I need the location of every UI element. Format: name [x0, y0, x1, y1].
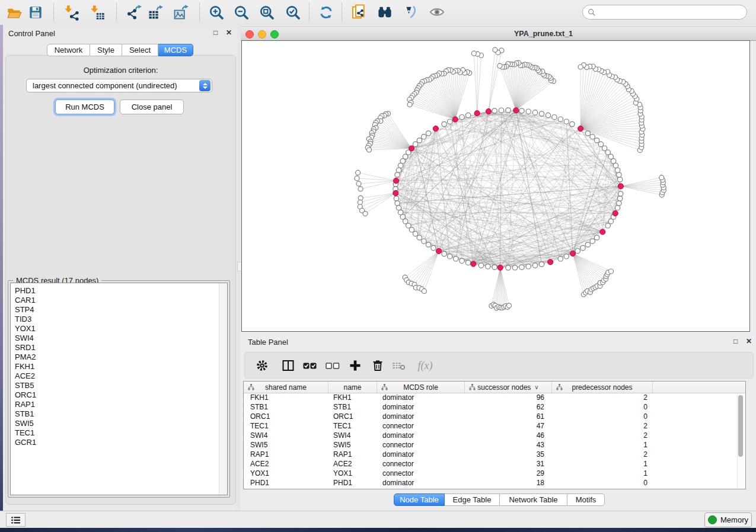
memory-status-icon — [708, 515, 717, 524]
main-toolbar — [0, 0, 756, 25]
scrollbar-thumb[interactable] — [738, 395, 743, 457]
table-cell — [653, 469, 745, 479]
table-row[interactable]: SWI4SWI4dominator462 — [244, 431, 745, 441]
mcds-result-item[interactable]: FKH1 — [11, 362, 227, 371]
memory-button[interactable]: Memory — [704, 512, 752, 527]
close-window-icon[interactable] — [245, 30, 254, 39]
search-input[interactable] — [596, 8, 747, 17]
zoom-fit-icon[interactable] — [256, 2, 277, 23]
mcds-result-item[interactable]: SWI4 — [11, 334, 227, 343]
control-panel-tabs: Network Style Select MCDS — [47, 44, 193, 56]
column-header-successor-nodes[interactable]: successor nodes ∨ — [465, 382, 552, 393]
table-row[interactable]: SWI5SWI5connector431 — [244, 441, 745, 450]
table-cell: 1 — [552, 469, 653, 479]
vertical-splitter[interactable] — [237, 25, 241, 511]
network-canvas[interactable] — [241, 40, 750, 332]
tab-mcds[interactable]: MCDS — [158, 44, 193, 56]
mcds-result-item[interactable]: PMA2 — [11, 352, 227, 362]
float-table-panel-icon[interactable]: □ — [733, 337, 738, 345]
table-scrollbar[interactable] — [737, 394, 744, 488]
clone-network-icon[interactable] — [348, 2, 369, 23]
table-row[interactable]: FKH1FKH1dominator962 — [244, 393, 745, 403]
mcds-result-item[interactable]: TID3 — [11, 315, 227, 324]
mcds-result-item[interactable]: STP4 — [11, 305, 227, 315]
export-image-icon[interactable] — [170, 2, 192, 23]
result-scrollbar[interactable] — [219, 283, 227, 495]
float-panel-icon[interactable]: □ — [213, 28, 218, 37]
mcds-result-item[interactable]: STB1 — [11, 409, 227, 419]
tab-edge-table[interactable]: Edge Table — [445, 493, 500, 506]
table-cell: YOX1 — [244, 469, 328, 479]
save-icon[interactable] — [25, 2, 46, 23]
table-row[interactable]: RAP1RAP1dominator352 — [244, 450, 745, 460]
add-column-icon[interactable] — [346, 357, 364, 374]
find-binoculars-icon[interactable] — [374, 2, 395, 23]
export-table-icon[interactable] — [145, 2, 166, 23]
close-panel-button[interactable]: Close panel — [120, 100, 184, 114]
table-options-gear-icon[interactable] — [253, 357, 271, 374]
mcds-result-list[interactable]: PHD1CAR1STP4TID3YOX1SWI4SRD1PMA2FKH1ACE2… — [10, 283, 228, 495]
mcds-result-item[interactable]: SRD1 — [11, 343, 227, 352]
zoom-selected-icon[interactable] — [282, 2, 304, 23]
table-cell — [653, 431, 745, 441]
mcds-result-item[interactable]: ACE2 — [11, 371, 227, 381]
mcds-result-item[interactable]: PHD1 — [11, 286, 227, 296]
import-network-icon[interactable] — [60, 2, 82, 23]
zoom-out-icon[interactable] — [231, 2, 252, 23]
table-cell: PHD1 — [244, 479, 328, 488]
table-row[interactable]: STB1STB1dominator620 — [244, 403, 745, 412]
table-cell: connector — [377, 460, 465, 469]
delete-column-icon[interactable] — [369, 357, 387, 374]
refresh-icon[interactable] — [315, 2, 337, 23]
table-row[interactable]: ORC1ORC1dominator610 — [244, 412, 745, 422]
table-row[interactable]: ACE2ACE2connector311 — [244, 460, 745, 469]
fx-label: f(x) — [418, 360, 433, 372]
unselect-all-icon[interactable] — [324, 357, 342, 374]
show-columns-icon[interactable] — [279, 357, 297, 374]
run-mcds-button[interactable]: Run MCDS — [55, 100, 114, 114]
tab-style[interactable]: Style — [90, 44, 122, 56]
toggle-annotations-icon[interactable] — [400, 2, 422, 23]
table-row[interactable]: YOX1YOX1connector291 — [244, 469, 745, 479]
table-cell: 18 — [465, 479, 552, 488]
table-cell: RAP1 — [244, 450, 328, 460]
show-hide-icon[interactable] — [426, 2, 448, 23]
tab-network[interactable]: Network — [47, 44, 90, 56]
export-network-icon[interactable] — [123, 2, 145, 23]
zoom-in-icon[interactable] — [206, 2, 227, 23]
table-cell: 2 — [552, 422, 653, 431]
open-icon[interactable] — [4, 2, 25, 23]
tab-motifs[interactable]: Motifs — [567, 493, 605, 506]
select-all-icon[interactable] — [301, 357, 319, 374]
mcds-result-item[interactable]: CAR1 — [11, 296, 227, 305]
close-panel-icon[interactable]: ✕ — [226, 28, 232, 37]
mcds-result-item[interactable]: STB5 — [11, 381, 227, 390]
delete-table-icon[interactable] — [390, 357, 408, 374]
mcds-result-item[interactable]: YOX1 — [11, 324, 227, 334]
task-history-button[interactable] — [6, 513, 25, 527]
table-row[interactable]: PHD1PHD1dominator180 — [244, 479, 745, 488]
column-header-shared-name[interactable]: shared name — [244, 382, 328, 393]
close-table-panel-icon[interactable]: ✕ — [746, 337, 752, 345]
network-view-titlebar[interactable]: YPA_prune.txt_1 — [241, 26, 756, 41]
import-table-icon[interactable] — [87, 2, 108, 23]
network-graph[interactable] — [242, 41, 748, 330]
minimize-window-icon[interactable] — [258, 30, 266, 39]
table-cell: dominator — [377, 450, 465, 460]
criterion-select[interactable]: largest connected component (undirected) — [26, 79, 212, 92]
tab-network-table[interactable]: Network Table — [500, 493, 567, 506]
tab-node-table[interactable]: Node Table — [394, 493, 445, 506]
mcds-result-item[interactable]: GCR1 — [11, 438, 227, 447]
mcds-result-item[interactable]: RAP1 — [11, 400, 227, 409]
mcds-result-item[interactable]: ORC1 — [11, 390, 227, 400]
column-header-predecessor-nodes[interactable]: predecessor nodes — [552, 382, 653, 393]
zoom-window-icon[interactable] — [270, 30, 279, 39]
column-header-name[interactable]: name — [328, 382, 377, 393]
tab-select[interactable]: Select — [122, 44, 158, 56]
mcds-result-item[interactable]: TEC1 — [11, 428, 227, 438]
function-builder-icon[interactable]: f(x) — [413, 357, 438, 374]
sort-desc-icon[interactable]: ∨ — [534, 384, 538, 390]
column-header-mcds-role[interactable]: MCDS role — [377, 382, 465, 393]
table-row[interactable]: TEC1TEC1connector472 — [244, 422, 745, 431]
mcds-result-item[interactable]: SWI5 — [11, 419, 227, 428]
